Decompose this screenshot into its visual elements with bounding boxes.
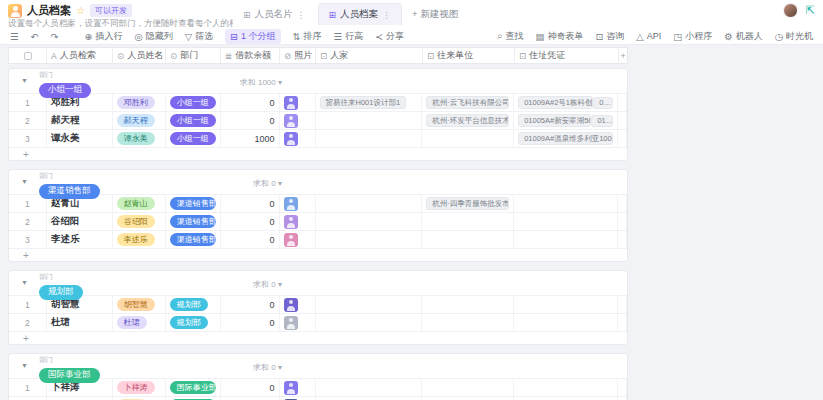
row-number[interactable]: 3 <box>9 231 47 248</box>
toolbar-item-机器人[interactable]: ⚙机器人 <box>724 30 763 43</box>
cell-photo[interactable] <box>280 112 316 129</box>
add-row-button[interactable]: + <box>9 147 627 160</box>
collapse-group-icon[interactable]: ▼ <box>21 77 28 84</box>
photo-thumbnail[interactable] <box>284 197 298 211</box>
cell-linked-record[interactable] <box>514 314 618 331</box>
photo-thumbnail[interactable] <box>284 114 298 128</box>
column-family[interactable]: ⊡人家 <box>316 48 423 63</box>
cell-loan-balance[interactable]: 0 <box>221 231 280 248</box>
cell-photo[interactable] <box>280 130 316 147</box>
column-loan-balance[interactable]: ≣借款余额 <box>221 48 280 63</box>
tab-more-icon[interactable]: ⋮ <box>382 10 391 20</box>
column-address-cert[interactable]: ⊡住址凭证 <box>515 48 619 63</box>
photo-thumbnail[interactable] <box>284 96 298 110</box>
cell-linked-record[interactable] <box>422 231 514 248</box>
linked-record-chip[interactable]: 0… <box>593 97 613 109</box>
row-number[interactable]: 2 <box>9 314 47 331</box>
toolbar-item-查找[interactable]: ⌕查找 <box>497 30 523 43</box>
cell-person-name[interactable]: 谭永美 <box>113 130 166 147</box>
view-tab-people-records[interactable]: ⊞ 人员档案 ⋮ <box>318 3 403 25</box>
linked-record-chip[interactable]: 01005A#新安翠湖56栋200000 <box>518 114 591 127</box>
row-number[interactable]: 2 <box>9 112 47 129</box>
cell-linked-record[interactable] <box>422 314 514 331</box>
toolbar-item-筛选[interactable]: ▽筛选 <box>185 29 213 44</box>
tab-more-icon[interactable]: ⋮ <box>297 10 306 20</box>
linked-record-chip[interactable]: 贸易往来H001设计部1 <box>320 96 407 109</box>
cell-person-name[interactable]: 郝天程 <box>113 112 166 129</box>
cell-linked-record[interactable] <box>422 213 514 230</box>
cell-photo[interactable] <box>280 213 316 230</box>
row-number[interactable]: 2 <box>9 213 47 230</box>
view-tab-people-cards[interactable]: ⊞ 人员名片 ⋮ <box>233 4 316 25</box>
toolbar-item-行高[interactable]: ☰行高 <box>334 29 364 44</box>
collapse-group-icon[interactable]: ▼ <box>21 178 28 185</box>
cell-linked-record[interactable] <box>514 231 618 248</box>
linked-record-chip[interactable]: 01009A#2号1栋科创豪庭800 <box>518 96 593 109</box>
photo-thumbnail[interactable] <box>284 381 298 395</box>
toolbar-item-小程序[interactable]: ◳小程序 <box>673 30 712 43</box>
redo-icon[interactable]: ↷ <box>51 31 59 42</box>
collaborate-share-icon[interactable]: ⇱ <box>806 4 815 17</box>
cell-linked-record[interactable] <box>316 130 423 147</box>
cell-person-name[interactable]: 杜珺 <box>113 314 166 331</box>
linked-record-chip[interactable]: 01009A#温泉维多利亚1000 <box>518 132 613 145</box>
toolbar-item-隐藏列[interactable]: ◎隐藏列 <box>134 29 172 44</box>
photo-thumbnail[interactable] <box>284 132 298 146</box>
cell-photo[interactable] <box>280 314 316 331</box>
cell-loan-balance[interactable]: 0 <box>221 314 280 331</box>
photo-thumbnail[interactable] <box>284 233 298 247</box>
cell-department[interactable]: 小组一组 <box>166 112 221 129</box>
add-row-button[interactable]: + <box>9 331 627 344</box>
cell-person-name[interactable]: 谷绍阳 <box>113 213 166 230</box>
cell-linked-record[interactable] <box>316 213 423 230</box>
column-person-name[interactable]: ⊙人员姓名 <box>113 48 166 63</box>
toolbar-item-分享[interactable]: ≺分享 <box>375 29 404 44</box>
column-partner-company[interactable]: ⊡往来单位 <box>423 48 515 63</box>
cell-linked-record[interactable] <box>514 213 618 230</box>
cell-person-search[interactable]: 李述乐 <box>47 231 113 248</box>
photo-thumbnail[interactable] <box>284 298 298 312</box>
column-department[interactable]: ⊙部门 <box>166 48 221 63</box>
add-row-button[interactable]: + <box>9 248 627 261</box>
toolbar-item-1 个分组[interactable]: ⊟1 个分组 <box>225 29 280 44</box>
linked-record-chip[interactable]: 杭州·四季青服饰批发市场 <box>426 197 509 210</box>
user-avatar[interactable] <box>783 3 798 18</box>
cell-department[interactable]: 规划部 <box>166 314 221 331</box>
column-people-search[interactable]: A人员检索 <box>47 48 113 63</box>
cell-linked-record[interactable] <box>422 130 514 147</box>
row-number[interactable]: 3 <box>9 130 47 147</box>
cell-linked-record[interactable]: 01009A#温泉维多利亚1000 <box>514 130 618 147</box>
collapse-group-icon[interactable]: ▼ <box>21 279 28 286</box>
cell-person-search[interactable]: 谭永美 <box>47 130 113 147</box>
cell-linked-record[interactable] <box>316 112 423 129</box>
cell-photo[interactable] <box>280 231 316 248</box>
toolbar-item-插入行[interactable]: ⊕插入行 <box>84 29 122 44</box>
cell-linked-record[interactable]: 01005A#新安翠湖56栋20000001… <box>514 112 618 129</box>
group-summary[interactable]: 求和 0 ▾ <box>194 279 282 290</box>
sidebar-toggle-icon[interactable]: ☰ <box>10 31 19 42</box>
select-all-column[interactable] <box>9 48 47 63</box>
cell-loan-balance[interactable]: 1000 <box>221 130 280 147</box>
cell-linked-record[interactable]: 杭州·环发平台信息技术有… <box>422 112 514 129</box>
cell-person-search[interactable]: 杜珺 <box>47 314 113 331</box>
photo-thumbnail[interactable] <box>284 215 298 229</box>
cell-linked-record[interactable] <box>316 314 423 331</box>
toolbar-item-API[interactable]: △API <box>636 30 661 43</box>
cell-department[interactable]: 渠道销售部 <box>166 213 221 230</box>
cell-loan-balance[interactable]: 0 <box>221 112 280 129</box>
cell-person-name[interactable]: 李述乐 <box>113 231 166 248</box>
cell-linked-record[interactable] <box>316 231 423 248</box>
collapse-group-icon[interactable]: ▼ <box>21 362 28 369</box>
select-all-checkbox[interactable] <box>24 52 32 60</box>
linked-record-chip[interactable]: 01… <box>591 115 613 127</box>
group-summary[interactable]: 求和 1000 ▾ <box>194 77 282 88</box>
star-favorite-icon[interactable]: ☆ <box>76 5 85 16</box>
toolbar-item-排序[interactable]: ⇅排序 <box>293 29 322 44</box>
new-view-button[interactable]: + 新建视图 <box>404 4 466 25</box>
linked-record-chip[interactable]: 杭州·云飞科技有限公司 <box>426 96 509 109</box>
toolbar-item-咨询[interactable]: ⊡咨询 <box>595 30 624 43</box>
cell-department[interactable]: 渠道销售部 <box>166 231 221 248</box>
add-column[interactable]: + <box>619 48 627 63</box>
cell-person-search[interactable]: 谷绍阳 <box>47 213 113 230</box>
group-summary[interactable]: 求和 0 ▾ <box>194 178 282 189</box>
